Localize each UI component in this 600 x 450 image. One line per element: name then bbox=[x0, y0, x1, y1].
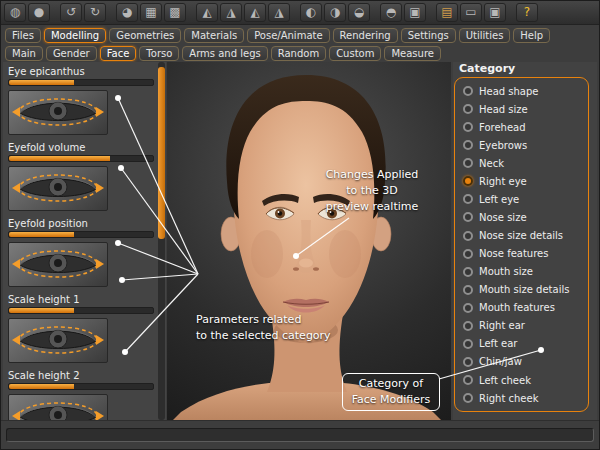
parameter-thumbnail bbox=[8, 242, 108, 287]
radio-icon bbox=[463, 140, 473, 150]
parameter-label: Eye epicanthus bbox=[8, 66, 161, 77]
wireframe-sphere-icon[interactable]: ◍ bbox=[4, 3, 26, 22]
toolbar-icon-glyph: ◐ bbox=[306, 5, 316, 19]
category-item[interactable]: Nose features bbox=[455, 245, 588, 263]
grab-screen-icon[interactable]: ▤ bbox=[436, 3, 458, 22]
mirror-left-icon[interactable]: ◮ bbox=[268, 3, 290, 22]
category-item[interactable]: Mouth size bbox=[455, 263, 588, 281]
menu-tab[interactable]: Modelling bbox=[44, 28, 106, 43]
eye-preview-image bbox=[9, 243, 107, 286]
category-item[interactable]: Nose size bbox=[455, 208, 588, 226]
category-item-label: Nose features bbox=[479, 248, 548, 259]
menu-tab[interactable]: Pose/Animate bbox=[247, 28, 329, 43]
toolbar-icon-glyph: ◭ bbox=[202, 5, 211, 19]
slider-fill bbox=[9, 156, 110, 161]
category-item-label: Left ear bbox=[479, 338, 517, 349]
radio-icon bbox=[463, 122, 473, 132]
category-item[interactable]: Right eye bbox=[455, 172, 588, 190]
parameter-slider[interactable] bbox=[8, 383, 154, 390]
toolbar-icon-glyph: ▣ bbox=[489, 5, 500, 19]
sub-tab[interactable]: Random bbox=[271, 46, 326, 61]
scrollbar-thumb[interactable] bbox=[158, 67, 165, 239]
category-item[interactable]: Nose size details bbox=[455, 227, 588, 245]
category-item[interactable]: Left cheek bbox=[455, 371, 588, 389]
monitor-icon[interactable]: ▭ bbox=[460, 3, 482, 22]
category-item[interactable]: Eyebrows bbox=[455, 136, 588, 154]
category-item[interactable]: Neck bbox=[455, 154, 588, 172]
menu-tab[interactable]: Files bbox=[5, 28, 41, 43]
parameter-slider[interactable] bbox=[8, 79, 154, 86]
scrollbar-track[interactable] bbox=[158, 62, 165, 420]
category-item-label: Neck bbox=[479, 158, 504, 169]
toolbar-icon-glyph: ◮ bbox=[226, 5, 235, 19]
sub-tab[interactable]: Main bbox=[5, 46, 43, 61]
parameter-group: Eyefold position bbox=[6, 218, 163, 287]
sub-tab[interactable]: Torso bbox=[139, 46, 179, 61]
category-item-label: Nose size bbox=[479, 212, 527, 223]
smooth-shading-icon[interactable]: ◕ bbox=[116, 3, 138, 22]
category-item[interactable]: Left ear bbox=[455, 335, 588, 353]
symmetry-right-icon[interactable]: ◭ bbox=[196, 3, 218, 22]
front-view-icon[interactable]: ◐ bbox=[300, 3, 322, 22]
parameter-thumbnail bbox=[8, 90, 108, 135]
viewport-3d[interactable] bbox=[167, 62, 451, 420]
radio-icon bbox=[463, 231, 473, 241]
toolbar-icon-glyph: ▭ bbox=[465, 5, 476, 19]
toolbar-icon-glyph: ◍ bbox=[10, 5, 20, 19]
sub-tab[interactable]: Gender bbox=[46, 46, 97, 61]
sub-tab[interactable]: Measure bbox=[384, 46, 441, 61]
parameter-thumbnail bbox=[8, 318, 108, 363]
screenshot-icon[interactable]: ▣ bbox=[484, 3, 506, 22]
category-item[interactable]: Left eye bbox=[455, 190, 588, 208]
category-item[interactable]: Head size bbox=[455, 100, 588, 118]
background-icon[interactable]: ▣ bbox=[404, 3, 426, 22]
menu-tab[interactable]: Materials bbox=[184, 28, 244, 43]
category-item[interactable]: Head shape bbox=[455, 82, 588, 100]
toolbar-icon-glyph: ▦ bbox=[145, 5, 156, 19]
parameters-panel: Eye epicanthus bbox=[3, 62, 166, 420]
radio-icon bbox=[463, 321, 473, 331]
category-list: Head shape Head size Forehead Eyebrows bbox=[454, 77, 589, 412]
menu-tab[interactable]: Settings bbox=[401, 28, 456, 43]
category-item[interactable]: Forehead bbox=[455, 118, 588, 136]
category-panel: Category Head shape Head size Forehead bbox=[453, 62, 597, 420]
category-item[interactable]: Mouth size details bbox=[455, 281, 588, 299]
category-item[interactable]: Mouth features bbox=[455, 299, 588, 317]
subdivide-icon[interactable]: ▩ bbox=[164, 3, 186, 22]
grid-icon[interactable]: ▦ bbox=[140, 3, 162, 22]
menu-tab[interactable]: Geometries bbox=[109, 28, 181, 43]
parameter-group: Scale height 1 bbox=[6, 294, 163, 363]
radio-icon bbox=[463, 375, 473, 385]
solid-sphere-icon[interactable]: ● bbox=[28, 3, 50, 22]
parameter-group: Eyefold volume bbox=[6, 142, 163, 211]
toolbar-icon-glyph: ◓ bbox=[386, 5, 396, 19]
mirror-right-icon[interactable]: ◭ bbox=[244, 3, 266, 22]
category-item-label: Chin/jaw bbox=[479, 356, 522, 367]
perspective-view-icon[interactable]: ◓ bbox=[380, 3, 402, 22]
parameter-label: Scale height 1 bbox=[8, 294, 161, 305]
redo-icon[interactable]: ↻ bbox=[84, 3, 106, 22]
symmetry-left-icon[interactable]: ◮ bbox=[220, 3, 242, 22]
menu-tab[interactable]: Rendering bbox=[333, 28, 398, 43]
menu-tab[interactable]: Help bbox=[513, 28, 550, 43]
sub-tab[interactable]: Face bbox=[100, 46, 137, 61]
category-item[interactable]: Chin/jaw bbox=[455, 353, 588, 371]
toolbar-icon-glyph: ◑ bbox=[330, 5, 340, 19]
sub-tab[interactable]: Custom bbox=[329, 46, 381, 61]
top-view-icon[interactable]: ◒ bbox=[348, 3, 370, 22]
parameter-slider[interactable] bbox=[8, 231, 154, 238]
category-item-label: Mouth features bbox=[479, 302, 555, 313]
menu-tab[interactable]: Utilities bbox=[459, 28, 511, 43]
category-item[interactable]: Right cheek bbox=[455, 389, 588, 407]
help-icon[interactable]: ? bbox=[516, 3, 538, 22]
toolbar-icon-glyph: ◮ bbox=[274, 5, 283, 19]
radio-icon bbox=[463, 158, 473, 168]
parameter-slider[interactable] bbox=[8, 155, 154, 162]
category-item[interactable]: Right ear bbox=[455, 317, 588, 335]
undo-icon[interactable]: ↺ bbox=[60, 3, 82, 22]
side-view-icon[interactable]: ◑ bbox=[324, 3, 346, 22]
toolbar-icon-glyph: ▩ bbox=[169, 5, 180, 19]
parameter-slider[interactable] bbox=[8, 307, 154, 314]
model-face bbox=[167, 62, 451, 422]
sub-tab[interactable]: Arms and legs bbox=[182, 46, 267, 61]
